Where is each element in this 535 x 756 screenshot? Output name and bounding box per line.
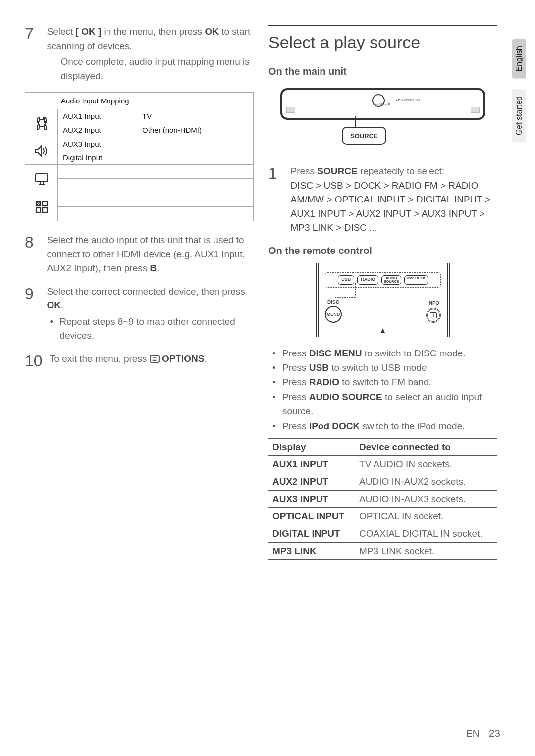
aim-label: Digital Input (58, 151, 137, 164)
subhead-main-unit: On the main unit (268, 66, 497, 77)
table-header: Device connected to (355, 439, 497, 456)
text: Select the correct connected device, the… (47, 286, 245, 297)
up-caret-icon: ▲ (325, 326, 441, 334)
period: . (157, 263, 159, 273)
list-item: Press RADIO to switch to FM band. (271, 375, 497, 389)
ok-bracket-label: [ OK ] (76, 26, 102, 37)
list-item: Press DISC MENU to switch to DISC mode. (271, 346, 497, 360)
grid-icon (25, 193, 58, 221)
info-button: i (426, 308, 441, 323)
unit-diagram: ▲SOURCE ■ AMBISOUND SOURCE (268, 84, 497, 153)
callout-line (355, 116, 356, 127)
table-row: AUX3 INPUTAUDIO IN-AUX3 sockets. (268, 491, 497, 508)
audio-input-mapping-box: Audio Input Mapping AUX1 InputTV AUX2 In… (25, 92, 254, 221)
period: . (61, 300, 63, 310)
text: Press (290, 166, 317, 176)
table-row: MP3 LINKMP3 LINK socket. (268, 543, 497, 560)
step-8: 8 Select the audio input of this unit th… (25, 233, 254, 276)
ok-label: OK (205, 26, 219, 37)
subhead-remote: On the remote control (268, 245, 497, 256)
section-heading: Select a play source (268, 33, 497, 52)
options-label: OPTIONS (162, 353, 205, 364)
language-tab: English (512, 39, 526, 78)
list-item: Press USB to switch to USB mode. (271, 360, 497, 375)
table-row: AUX2 INPUTAUDIO IN-AUX2 sockets. (268, 473, 497, 491)
unit-label-left: ▲SOURCE ■ (373, 98, 390, 105)
remote-bullet-list: Press DISC MENU to switch to DISC mode. … (268, 346, 497, 434)
speaker-icon (25, 137, 58, 164)
unit-label-right: AMBISOUND (396, 98, 420, 102)
ok-label: OK (47, 300, 61, 310)
table-header: Display (268, 439, 355, 456)
footer-page: 23 (489, 727, 500, 739)
continuation-text: Once complete, audio input mapping menu … (60, 56, 249, 81)
footer-lang: EN (466, 728, 479, 739)
dash-line (335, 297, 355, 298)
device-table: Display Device connected to AUX1 INPUTTV… (268, 438, 497, 560)
aim-value: Other (non-HDMI) (137, 123, 253, 137)
step-9: 9 Select the correct connected device, t… (25, 285, 254, 343)
aim-label: AUX3 Input (58, 137, 137, 151)
dash-line (355, 283, 356, 298)
menu-button: MENU (325, 306, 342, 323)
text: Select (47, 26, 75, 37)
svg-rect-3 (43, 202, 47, 206)
table-row: AUX1 INPUTTV AUDIO IN sockets. (268, 456, 497, 473)
aim-value (137, 137, 253, 151)
aim-value: TV (137, 109, 253, 123)
unit-speaker-right (471, 107, 480, 113)
source-chain: DISC > USB > DOCK > RADIO FM > RADIO AM/… (290, 180, 490, 233)
step-number: 9 (25, 285, 45, 303)
aim-value (137, 151, 253, 164)
sub-text: Repeat steps 8~9 to map other connected … (59, 316, 235, 341)
ipod-dock-button: iPod DOCK (404, 275, 428, 285)
step-number: 8 (25, 233, 45, 252)
step-number: 1 (268, 164, 288, 183)
dash-line (337, 324, 351, 324)
audio-source-button: AUDIOSOURCE (381, 275, 401, 285)
text: repeatedly to select: (358, 166, 444, 176)
svg-rect-5 (43, 208, 47, 212)
list-item: Press AUDIO SOURCE to select an audio in… (271, 390, 497, 419)
aim-title: Audio Input Mapping (25, 93, 253, 109)
table-row: DIGITAL INPUTCOAXIAL DIGITAL IN socket. (268, 525, 497, 543)
aim-label: AUX1 Input (58, 109, 137, 123)
unit-speaker-left (286, 107, 295, 113)
b-button-label: B (150, 263, 157, 273)
info-label: INFO (426, 301, 441, 306)
list-item: Press iPod DOCK switch to the iPod mode. (271, 419, 497, 433)
text: in the menu, then press (101, 26, 205, 37)
aim-label: AUX2 Input (58, 123, 137, 137)
remote-top-row: USB RADIO AUDIOSOURCE iPod DOCK (325, 272, 441, 288)
svg-rect-4 (36, 208, 41, 212)
remote-diagram: USB RADIO AUDIOSOURCE iPod DOCK DISC MEN… (316, 263, 450, 337)
text: Select the audio input of this unit that… (47, 235, 245, 273)
source-label: SOURCE (317, 166, 357, 176)
step-7: 7 Select [ OK ] in the menu, then press … (25, 25, 254, 83)
svg-rect-1 (36, 174, 48, 182)
options-icon (150, 355, 160, 363)
source-callout: SOURCE (342, 127, 386, 145)
step-10: 10 To exit the menu, press OPTIONS. (25, 352, 254, 370)
monitor-icon (25, 165, 58, 193)
period: . (205, 353, 207, 364)
devices-icon (25, 109, 58, 137)
page-footer: EN 23 (466, 727, 500, 739)
text: To exit the menu, press (50, 353, 150, 364)
usb-button: USB (338, 275, 354, 285)
dash-line (335, 283, 335, 305)
table-row: OPTICAL INPUTOPTICAL IN socket. (268, 508, 497, 525)
radio-button: RADIO (357, 275, 378, 285)
trail: ... (367, 222, 377, 233)
disc-label: DISC (325, 300, 342, 305)
step-number: 10 (25, 352, 50, 370)
side-tabs: English Get started (512, 39, 526, 143)
section-rule (268, 25, 497, 26)
section-tab: Get started (512, 89, 526, 142)
step-1-right: 1 Press SOURCE repeatedly to select: DIS… (268, 164, 497, 235)
step-number: 7 (25, 25, 45, 43)
